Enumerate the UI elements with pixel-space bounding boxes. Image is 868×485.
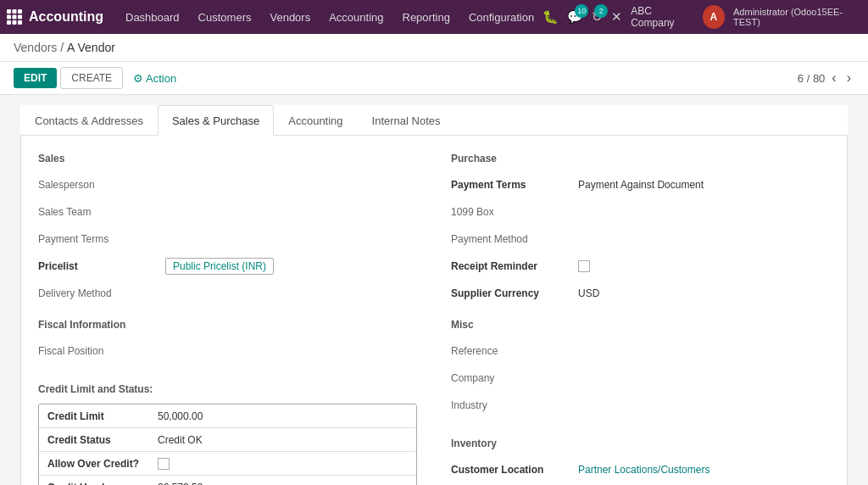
credit-section-title: Credit Limit and Status: [38, 383, 417, 395]
nav-menu: Dashboard Customers Vendors Accounting R… [117, 8, 542, 27]
nav-accounting[interactable]: Accounting [320, 8, 392, 27]
svg-rect-4 [13, 15, 17, 20]
create-button[interactable]: CREATE [60, 67, 123, 89]
tab-bar: Contacts & Addresses Sales & Purchase Ac… [20, 105, 848, 136]
delivery-method-row: Delivery Method [38, 282, 417, 305]
credit-limit-label: Credit Limit [47, 410, 158, 422]
breadcrumb-current: A Vendor [67, 41, 115, 54]
purchase-section-title: Purchase [451, 153, 830, 164]
misc-section-title: Misc [451, 319, 830, 331]
pager: 6 / 80 ‹ › [798, 70, 854, 86]
user-label[interactable]: Administrator (Odoo15EE-TEST) [733, 7, 861, 27]
messages-badge: 10 [575, 4, 588, 18]
supplier-currency-value[interactable]: USD [578, 287, 599, 299]
reference-label: Reference [451, 345, 578, 357]
receipt-reminder-checkbox[interactable] [578, 260, 590, 272]
nav-customers[interactable]: Customers [190, 8, 260, 27]
credit-used-label: Credit Used [47, 482, 158, 485]
form-columns: Sales Salesperson Sales Team Payment Ter… [38, 153, 830, 485]
fiscal-position-label: Fiscal Position [38, 345, 165, 357]
svg-rect-8 [18, 20, 22, 25]
payment-terms-sales-label: Payment Terms [38, 233, 165, 245]
edit-button[interactable]: EDIT [14, 68, 57, 88]
customer-location-value[interactable]: Partner Locations/Customers [578, 464, 709, 476]
receipt-reminder-label: Receipt Reminder [451, 260, 578, 272]
sales-team-label: Sales Team [38, 206, 165, 218]
credit-used-row: Credit Used 26,572.50 [39, 476, 416, 485]
credit-used-value: 26,572.50 [158, 482, 203, 485]
company-name[interactable]: ABC Company [631, 5, 694, 29]
svg-rect-7 [13, 20, 17, 25]
company-row: Company [451, 366, 830, 390]
svg-rect-6 [7, 20, 11, 25]
nav-reporting[interactable]: Reporting [394, 8, 459, 27]
credit-status-value: Credit OK [158, 434, 203, 446]
pricelist-label: Pricelist [38, 260, 165, 272]
payment-terms-purchase-label: Payment Terms [451, 179, 578, 191]
top-navigation: Accounting Dashboard Customers Vendors A… [0, 0, 868, 34]
customer-location-row: Customer Location Partner Locations/Cust… [451, 458, 830, 482]
action-menu-button[interactable]: ⚙ Action [133, 72, 176, 85]
supplier-currency-row: Supplier Currency USD [451, 282, 830, 305]
company-label: Company [451, 372, 578, 384]
action-bar: EDIT CREATE ⚙ Action 6 / 80 ‹ › [0, 62, 868, 95]
credit-status-row: Credit Status Credit OK [39, 428, 416, 452]
industry-label: Industry [451, 399, 578, 411]
breadcrumb-parent[interactable]: Vendors [14, 41, 57, 54]
svg-rect-5 [18, 15, 22, 20]
pager-next-button[interactable]: › [843, 70, 854, 86]
messages-icon[interactable]: 💬 10 [567, 9, 583, 25]
credit-limit-value: 50,000.00 [158, 410, 203, 422]
customer-location-label: Customer Location [451, 464, 578, 476]
nav-configuration[interactable]: Configuration [460, 8, 542, 27]
topbar-icons: 🐛 💬 10 ↻ 2 ✕ ABC Company A Administrator… [542, 5, 861, 29]
sales-team-row: Sales Team [38, 200, 417, 224]
refresh-icon[interactable]: ↻ 2 [592, 9, 603, 25]
credit-limit-row: Credit Limit 50,000.00 [39, 404, 416, 428]
tab-sales-purchase[interactable]: Sales & Purchase [158, 105, 274, 136]
payment-method-row: Payment Method [451, 227, 830, 251]
allow-over-credit-checkbox[interactable] [158, 458, 170, 470]
allow-over-credit-row: Allow Over Credit? [39, 452, 416, 476]
svg-rect-1 [13, 9, 17, 14]
pricelist-row: Pricelist Public Pricelist (INR) [38, 254, 417, 278]
svg-rect-2 [18, 9, 22, 14]
bug-icon[interactable]: 🐛 [542, 9, 559, 25]
payment-terms-purchase-row: Payment Terms Payment Against Document [451, 173, 830, 197]
payment-terms-purchase-value[interactable]: Payment Against Document [578, 179, 704, 191]
tab-notes[interactable]: Internal Notes [358, 105, 455, 136]
app-brand: Accounting [29, 9, 103, 25]
svg-rect-0 [7, 9, 11, 14]
close-icon[interactable]: ✕ [611, 9, 622, 25]
main-content: Contacts & Addresses Sales & Purchase Ac… [0, 95, 868, 485]
tab-contacts[interactable]: Contacts & Addresses [20, 105, 158, 136]
apps-menu-icon[interactable] [7, 9, 22, 25]
refresh-badge: 2 [594, 4, 608, 18]
fiscal-section-title: Fiscal Information [38, 319, 417, 331]
inventory-section-title: Inventory [451, 438, 830, 449]
receipt-reminder-row: Receipt Reminder [451, 254, 830, 278]
1099-box-row: 1099 Box [451, 200, 830, 224]
pager-prev-button[interactable]: ‹ [828, 70, 839, 86]
nav-dashboard[interactable]: Dashboard [117, 8, 188, 27]
salesperson-row: Salesperson [38, 173, 417, 197]
nav-vendors[interactable]: Vendors [261, 8, 319, 27]
credit-box: Credit Limit 50,000.00 Credit Status Cre… [38, 404, 417, 485]
breadcrumb-separator: / [60, 41, 67, 54]
form-area: Sales Salesperson Sales Team Payment Ter… [20, 136, 848, 485]
1099-box-label: 1099 Box [451, 206, 578, 218]
avatar[interactable]: A [703, 5, 725, 29]
credit-status-label: Credit Status [47, 434, 158, 446]
pricelist-value[interactable]: Public Pricelist (INR) [165, 258, 274, 275]
breadcrumb: Vendors / A Vendor [0, 34, 868, 62]
reference-row: Reference [451, 339, 830, 363]
svg-rect-3 [7, 15, 11, 20]
supplier-currency-label: Supplier Currency [451, 287, 578, 299]
tab-accounting[interactable]: Accounting [274, 105, 357, 136]
pager-count: 6 / 80 [798, 72, 826, 85]
right-column: Purchase Payment Terms Payment Against D… [451, 153, 830, 485]
industry-row: Industry [451, 393, 830, 417]
left-column: Sales Salesperson Sales Team Payment Ter… [38, 153, 417, 485]
payment-terms-sales-row: Payment Terms [38, 227, 417, 251]
delivery-method-label: Delivery Method [38, 287, 165, 299]
